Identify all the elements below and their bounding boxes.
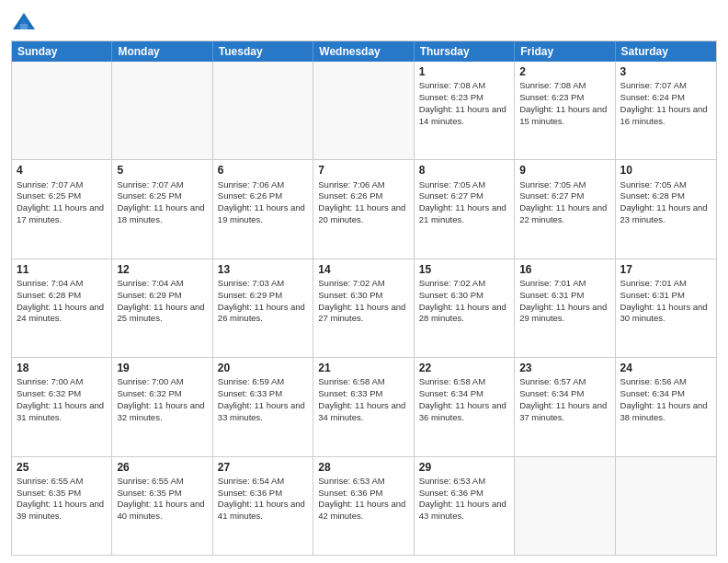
svg-rect-2 [20, 24, 28, 29]
logo-icon [11, 9, 37, 35]
day-number: 11 [17, 262, 107, 277]
day-info: Sunrise: 7:04 AM [17, 278, 107, 290]
cal-cell: 29Sunrise: 6:53 AMSunset: 6:36 PMDayligh… [415, 457, 515, 555]
day-number: 25 [17, 460, 107, 475]
day-info: Daylight: 11 hours and 21 minutes. [419, 202, 509, 226]
calendar-body: 1Sunrise: 7:08 AMSunset: 6:23 PMDaylight… [12, 62, 716, 555]
day-info: Sunrise: 6:55 AM [17, 476, 107, 488]
day-info: Daylight: 11 hours and 18 minutes. [117, 202, 207, 226]
day-info: Sunrise: 6:55 AM [117, 476, 207, 488]
cal-cell: 26Sunrise: 6:55 AMSunset: 6:35 PMDayligh… [112, 457, 212, 555]
day-info: Sunset: 6:29 PM [117, 290, 207, 302]
cal-cell: 19Sunrise: 7:00 AMSunset: 6:32 PMDayligh… [112, 358, 212, 455]
cal-cell: 1Sunrise: 7:08 AMSunset: 6:23 PMDaylight… [415, 62, 515, 159]
day-info: Sunset: 6:31 PM [519, 290, 609, 302]
day-info: Daylight: 11 hours and 33 minutes. [218, 400, 308, 424]
day-info: Sunset: 6:25 PM [117, 190, 207, 202]
day-number: 24 [620, 361, 711, 375]
calendar-header: SundayMondayTuesdayWednesdayThursdayFrid… [12, 41, 716, 62]
day-info: Sunrise: 7:02 AM [419, 278, 509, 290]
day-info: Daylight: 11 hours and 25 minutes. [117, 302, 207, 326]
day-info: Sunrise: 7:02 AM [318, 278, 408, 290]
day-info: Daylight: 11 hours and 41 minutes. [218, 499, 308, 523]
cal-cell: 25Sunrise: 6:55 AMSunset: 6:35 PMDayligh… [12, 457, 112, 555]
cal-cell: 4Sunrise: 7:07 AMSunset: 6:25 PMDaylight… [12, 160, 112, 258]
day-info: Daylight: 11 hours and 34 minutes. [318, 400, 408, 424]
day-info: Daylight: 11 hours and 29 minutes. [519, 302, 609, 326]
cal-cell: 7Sunrise: 7:06 AMSunset: 6:26 PMDaylight… [313, 160, 414, 258]
header-day-sunday: Sunday [12, 41, 112, 62]
day-info: Sunset: 6:25 PM [17, 190, 107, 202]
cal-cell: 16Sunrise: 7:01 AMSunset: 6:31 PMDayligh… [515, 259, 615, 357]
day-info: Daylight: 11 hours and 43 minutes. [419, 499, 509, 523]
day-info: Sunrise: 7:07 AM [17, 179, 107, 191]
day-number: 19 [117, 361, 207, 375]
cal-cell: 17Sunrise: 7:01 AMSunset: 6:31 PMDayligh… [616, 259, 716, 357]
day-number: 16 [519, 262, 609, 277]
day-info: Sunrise: 7:01 AM [620, 278, 711, 290]
day-info: Daylight: 11 hours and 19 minutes. [218, 202, 308, 226]
day-number: 10 [620, 163, 711, 178]
day-number: 1 [419, 64, 509, 79]
day-info: Daylight: 11 hours and 26 minutes. [218, 302, 308, 326]
cal-cell: 11Sunrise: 7:04 AMSunset: 6:28 PMDayligh… [12, 259, 112, 357]
cal-cell: 15Sunrise: 7:02 AMSunset: 6:30 PMDayligh… [415, 259, 515, 357]
day-info: Sunrise: 7:08 AM [519, 80, 609, 92]
day-number: 8 [419, 163, 509, 178]
day-info: Sunrise: 7:04 AM [117, 278, 207, 290]
day-info: Sunset: 6:32 PM [17, 388, 107, 400]
day-number: 6 [218, 163, 308, 178]
day-info: Sunrise: 7:07 AM [620, 80, 711, 92]
cal-row-5: 25Sunrise: 6:55 AMSunset: 6:35 PMDayligh… [12, 457, 716, 555]
day-info: Sunset: 6:24 PM [620, 92, 711, 104]
day-number: 21 [318, 361, 408, 375]
day-info: Sunrise: 7:00 AM [117, 376, 207, 388]
day-number: 7 [318, 163, 408, 178]
day-number: 20 [218, 361, 308, 375]
header-day-monday: Monday [112, 41, 212, 62]
header-day-tuesday: Tuesday [213, 41, 313, 62]
day-info: Daylight: 11 hours and 36 minutes. [419, 400, 509, 424]
day-info: Sunrise: 6:58 AM [318, 376, 408, 388]
day-number: 15 [419, 262, 509, 277]
day-info: Daylight: 11 hours and 40 minutes. [117, 499, 207, 523]
day-info: Sunset: 6:36 PM [318, 488, 408, 500]
cal-cell: 2Sunrise: 7:08 AMSunset: 6:23 PMDaylight… [515, 62, 615, 159]
cal-cell: 27Sunrise: 6:54 AMSunset: 6:36 PMDayligh… [213, 457, 313, 555]
logo [11, 9, 40, 35]
day-info: Sunrise: 7:07 AM [117, 179, 207, 191]
day-number: 13 [218, 262, 308, 277]
day-info: Sunrise: 6:58 AM [419, 376, 509, 388]
cal-cell: 21Sunrise: 6:58 AMSunset: 6:33 PMDayligh… [313, 358, 414, 455]
day-info: Daylight: 11 hours and 14 minutes. [419, 104, 509, 128]
day-info: Daylight: 11 hours and 31 minutes. [17, 400, 107, 424]
day-info: Daylight: 11 hours and 39 minutes. [17, 499, 107, 523]
day-info: Sunset: 6:23 PM [519, 92, 609, 104]
cal-cell: 12Sunrise: 7:04 AMSunset: 6:29 PMDayligh… [112, 259, 212, 357]
day-number: 12 [117, 262, 207, 277]
day-info: Sunset: 6:29 PM [218, 290, 308, 302]
day-info: Sunset: 6:34 PM [519, 388, 609, 400]
day-info: Sunset: 6:35 PM [17, 488, 107, 500]
day-info: Sunset: 6:30 PM [419, 290, 509, 302]
day-info: Daylight: 11 hours and 17 minutes. [17, 202, 107, 226]
cal-row-1: 1Sunrise: 7:08 AMSunset: 6:23 PMDaylight… [12, 62, 716, 160]
day-info: Daylight: 11 hours and 30 minutes. [620, 302, 711, 326]
day-info: Sunset: 6:26 PM [318, 190, 408, 202]
day-info: Daylight: 11 hours and 28 minutes. [419, 302, 509, 326]
cal-cell: 22Sunrise: 6:58 AMSunset: 6:34 PMDayligh… [415, 358, 515, 455]
day-info: Sunrise: 7:00 AM [17, 376, 107, 388]
cal-cell: 23Sunrise: 6:57 AMSunset: 6:34 PMDayligh… [515, 358, 615, 455]
cal-cell: 3Sunrise: 7:07 AMSunset: 6:24 PMDaylight… [616, 62, 716, 159]
day-info: Sunset: 6:27 PM [519, 190, 609, 202]
day-info: Sunset: 6:31 PM [620, 290, 711, 302]
day-number: 17 [620, 262, 711, 277]
day-info: Sunrise: 7:01 AM [519, 278, 609, 290]
header-day-friday: Friday [515, 41, 615, 62]
day-number: 26 [117, 460, 207, 475]
day-info: Daylight: 11 hours and 42 minutes. [318, 499, 408, 523]
cal-cell: 24Sunrise: 6:56 AMSunset: 6:34 PMDayligh… [616, 358, 716, 455]
day-info: Sunrise: 6:53 AM [318, 476, 408, 488]
cal-cell: 28Sunrise: 6:53 AMSunset: 6:36 PMDayligh… [313, 457, 414, 555]
day-info: Daylight: 11 hours and 15 minutes. [519, 104, 609, 128]
